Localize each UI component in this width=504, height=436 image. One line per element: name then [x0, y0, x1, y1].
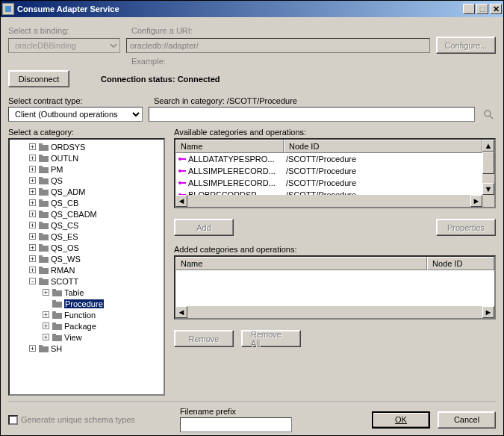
folder-icon — [39, 232, 49, 240]
remove-all-button: Remove All — [241, 330, 301, 347]
select-binding-label: Select a binding: — [8, 26, 131, 35]
tree-item-label: Table — [64, 288, 84, 297]
tree-item[interactable]: +SH — [10, 343, 164, 354]
tree-item[interactable]: Procedure — [10, 298, 164, 309]
added-hscrollbar[interactable]: ◄ ► — [175, 306, 494, 318]
added-col-nodeid[interactable]: Node ID — [427, 257, 494, 270]
tree-item-label: QS_OS — [51, 243, 79, 252]
category-tree[interactable]: +ORDSYS+OUTLN+PM+QS+QS_ADM+QS_CB+QS_CBAD… — [8, 138, 165, 396]
search-icon[interactable] — [481, 107, 496, 122]
tree-item-label: QS — [51, 176, 63, 185]
expand-icon[interactable]: + — [29, 143, 36, 150]
scroll-left-icon[interactable]: ◄ — [175, 195, 187, 207]
tree-item-label: OUTLN — [51, 154, 78, 163]
expand-icon[interactable]: + — [29, 177, 36, 184]
scroll-up-icon[interactable]: ▲ — [482, 140, 494, 152]
added-col-name[interactable]: Name — [175, 257, 427, 270]
folder-icon — [39, 243, 49, 252]
tree-item[interactable]: +QS_WS — [10, 253, 164, 264]
expand-icon[interactable]: + — [29, 222, 36, 228]
configure-button: Configure... — [436, 37, 496, 54]
available-listview[interactable]: Name Node ID ALLDATATYPESPRO.../SCOTT/Pr… — [174, 138, 496, 208]
tree-item[interactable]: +QS_CBADM — [10, 208, 164, 219]
expand-icon[interactable]: + — [43, 289, 49, 296]
tree-item[interactable]: +QS_ES — [10, 231, 164, 242]
list-item[interactable]: ALLSIMPLERECORD.../SCOTT/Procedure — [175, 177, 482, 189]
available-label: Available categories and operations: — [174, 128, 496, 137]
vscrollbar[interactable]: ▲ ▼ — [482, 140, 494, 195]
col-nodeid[interactable]: Node ID — [284, 140, 482, 153]
expand-icon[interactable]: + — [29, 244, 36, 251]
folder-icon — [39, 187, 49, 196]
search-input[interactable] — [149, 107, 475, 122]
tree-item[interactable]: +Table — [10, 287, 164, 298]
tree-item[interactable]: +QS_CB — [10, 197, 164, 208]
list-item[interactable]: ALLDATATYPESPRO.../SCOTT/Procedure — [175, 153, 482, 165]
operation-name: ALLSIMPLERECORD... — [188, 178, 276, 187]
tree-item[interactable]: +RMAN — [10, 264, 164, 275]
expand-icon[interactable]: + — [29, 255, 36, 262]
tree-item[interactable]: +QS_ADM — [10, 186, 164, 197]
folder-icon — [52, 288, 62, 296]
operation-name: ALLDATATYPESPRO... — [188, 155, 275, 164]
operation-icon — [178, 166, 187, 175]
minimize-button[interactable]: _ — [463, 4, 475, 14]
maximize-button[interactable]: □ — [476, 4, 488, 14]
tree-item-label: QS_CB — [51, 199, 78, 208]
expand-icon[interactable]: + — [43, 311, 49, 318]
tree-item[interactable]: +OUTLN — [10, 152, 164, 164]
tree-item[interactable]: -SCOTT — [10, 275, 164, 287]
contract-type-select[interactable]: Client (Outbound operations — [8, 107, 143, 122]
ok-button[interactable]: OK — [372, 411, 430, 429]
filename-prefix-input[interactable] — [180, 417, 292, 432]
disconnect-button[interactable]: Disconnect — [8, 70, 69, 87]
scroll-right-icon[interactable]: ► — [470, 195, 482, 207]
scroll-right-icon[interactable]: ► — [482, 306, 494, 318]
expand-icon[interactable]: + — [29, 166, 36, 172]
expand-icon[interactable]: + — [29, 155, 36, 161]
select-contract-label: Select contract type: — [8, 96, 154, 105]
scroll-down-icon[interactable]: ▼ — [482, 183, 494, 195]
close-button[interactable]: ✕ — [490, 4, 502, 14]
filename-prefix-label: Filename prefix — [180, 407, 292, 416]
tree-item[interactable]: +ORDSYS — [10, 141, 164, 152]
window-title: Consume Adapter Service — [17, 4, 463, 13]
tree-item[interactable]: +Package — [10, 320, 164, 331]
tree-item[interactable]: +Function — [10, 309, 164, 320]
tree-item-label: QS_CS — [51, 221, 78, 230]
dialog-window: Consume Adapter Service _ □ ✕ Select a b… — [0, 0, 504, 436]
hscrollbar[interactable]: ◄ ► — [175, 195, 494, 207]
cancel-button[interactable]: Cancel — [438, 411, 496, 429]
expand-icon[interactable]: + — [29, 211, 36, 217]
tree-item-label: View — [64, 333, 82, 342]
tree-item[interactable]: +View — [10, 331, 164, 343]
operation-icon — [178, 178, 187, 187]
tree-item[interactable]: +QS_OS — [10, 242, 164, 253]
col-name[interactable]: Name — [175, 140, 284, 153]
collapse-icon[interactable]: - — [29, 278, 36, 284]
list-item[interactable]: BLOBRECORDSP/SCOTT/Procedure — [175, 189, 482, 195]
tree-item-label: Function — [64, 311, 96, 320]
tree-item[interactable]: +PM — [10, 164, 164, 175]
tree-item[interactable]: +QS — [10, 175, 164, 186]
expand-icon[interactable]: + — [29, 188, 36, 195]
tree-item[interactable]: +QS_CS — [10, 219, 164, 231]
expand-icon[interactable]: + — [43, 323, 49, 329]
tree-item-label: PM — [51, 165, 63, 174]
scroll-left-icon[interactable]: ◄ — [175, 306, 187, 318]
tree-item-label: QS_CBADM — [51, 210, 97, 219]
expand-icon[interactable]: + — [29, 233, 36, 240]
folder-icon — [52, 333, 62, 341]
search-label: Search in category: /SCOTT/Procedure — [154, 96, 297, 105]
added-listview[interactable]: Name Node ID ◄ ► — [174, 255, 496, 320]
expand-icon[interactable]: + — [43, 334, 49, 340]
svg-rect-0 — [5, 6, 11, 12]
configure-uri-label: Configure a URI: — [131, 26, 496, 35]
expand-icon[interactable]: + — [29, 345, 36, 352]
generate-unique-checkbox: Generate unique schema types — [8, 415, 135, 425]
expand-icon[interactable]: + — [29, 267, 36, 273]
expand-icon[interactable]: + — [29, 199, 36, 206]
connection-status: Connection status: Connected — [101, 75, 220, 84]
list-item[interactable]: ALLSIMPLERECORD.../SCOTT/Procedure — [175, 165, 482, 177]
properties-button: Properties — [436, 219, 496, 236]
